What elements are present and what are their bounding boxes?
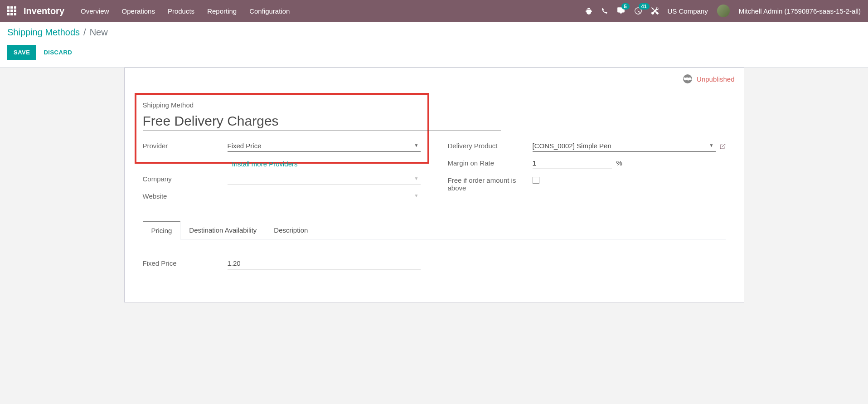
nav-menu: Overview Operations Products Reporting C… (81, 7, 585, 15)
save-button[interactable]: SAVE (7, 45, 36, 60)
bug-icon[interactable] (585, 7, 592, 15)
nav-configuration[interactable]: Configuration (249, 7, 290, 15)
user-menu[interactable]: Mitchell Admin (17590876-saas-15-2-all) (739, 7, 861, 15)
apps-icon[interactable] (7, 6, 16, 15)
breadcrumb-separator: / (83, 27, 86, 38)
app-brand[interactable]: Inventory (24, 6, 64, 16)
topbar-right: 5 41 US Company Mitchell Admin (17590876… (585, 5, 861, 17)
company-label: Company (143, 173, 222, 183)
provider-label: Provider (143, 140, 222, 150)
activities-icon[interactable]: 41 (634, 7, 642, 15)
free-above-label: Free if order amount is above (448, 175, 527, 192)
messages-badge: 5 (621, 3, 630, 10)
website-select[interactable] (228, 190, 421, 202)
publish-label: Unpublished (697, 75, 734, 83)
margin-unit: % (616, 159, 622, 167)
messages-icon[interactable]: 5 (617, 7, 625, 15)
avatar[interactable] (717, 5, 730, 17)
company-select[interactable] (228, 173, 421, 185)
nav-products[interactable]: Products (168, 7, 194, 15)
breadcrumb: Shipping Methods / New (7, 27, 861, 38)
status-bar: Unpublished (125, 68, 744, 90)
nav-reporting[interactable]: Reporting (207, 7, 237, 15)
margin-label: Margin on Rate (448, 157, 527, 167)
activities-badge: 41 (639, 3, 650, 10)
shipping-method-input[interactable] (143, 112, 501, 131)
website-label: Website (143, 190, 222, 200)
install-providers-link[interactable]: Install more Providers (232, 160, 298, 168)
control-panel: Shipping Methods / New SAVE DISCARD (0, 22, 868, 68)
nav-operations[interactable]: Operations (122, 7, 155, 15)
company-selector[interactable]: US Company (668, 7, 708, 15)
external-link-icon[interactable] (719, 142, 726, 150)
delivery-product-select[interactable] (533, 140, 716, 152)
nav-overview[interactable]: Overview (81, 7, 109, 15)
tools-icon[interactable] (651, 7, 659, 15)
fixed-price-label: Fixed Price (143, 258, 222, 267)
breadcrumb-parent[interactable]: Shipping Methods (7, 27, 80, 38)
provider-select[interactable] (228, 140, 421, 152)
margin-input[interactable] (533, 157, 612, 169)
fixed-price-input[interactable] (228, 258, 421, 269)
tab-description[interactable]: Description (265, 221, 316, 239)
tab-content-pricing: Fixed Price (143, 239, 726, 284)
publish-status[interactable]: Unpublished (683, 74, 734, 83)
free-above-checkbox[interactable] (533, 177, 539, 184)
tab-pricing[interactable]: Pricing (143, 221, 181, 239)
tabs: Pricing Destination Availability Descrip… (143, 221, 726, 239)
action-buttons: SAVE DISCARD (7, 45, 861, 60)
top-navbar: Inventory Overview Operations Products R… (0, 0, 868, 22)
delivery-product-label: Delivery Product (448, 140, 527, 150)
globe-icon (683, 74, 692, 83)
shipping-method-label: Shipping Method (143, 101, 726, 109)
breadcrumb-current: New (90, 27, 108, 38)
discard-button[interactable]: DISCARD (42, 45, 74, 60)
form-sheet: Unpublished Shipping Method Provider (124, 68, 744, 302)
tab-destination[interactable]: Destination Availability (180, 221, 265, 239)
phone-icon[interactable] (601, 8, 608, 14)
